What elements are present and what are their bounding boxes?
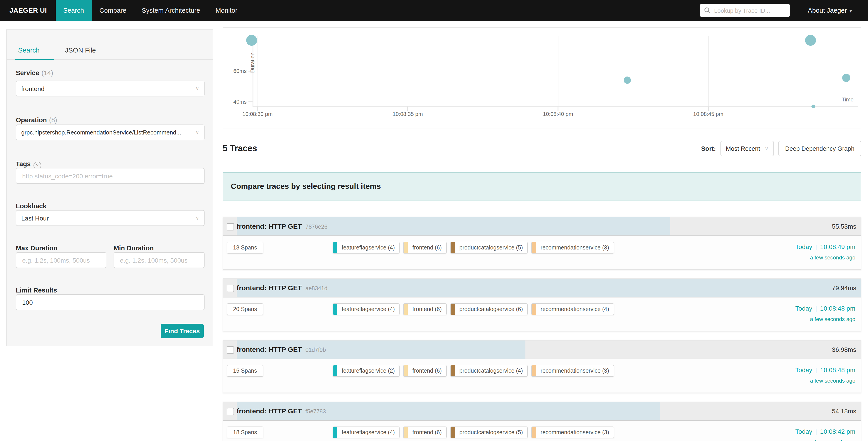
trace-service-operation: frontend: HTTP GET xyxy=(237,222,302,230)
trace-title-link[interactable]: frontend: HTTP GET7876e26 xyxy=(237,217,328,236)
limit-results-field xyxy=(16,294,205,310)
trace-select-checkbox[interactable] xyxy=(227,408,234,415)
trace-scatter-point[interactable] xyxy=(812,105,815,109)
tab-json-file[interactable]: JSON File xyxy=(65,46,96,54)
trace-time-link[interactable]: 10:08:42 pm xyxy=(820,428,855,435)
trace-relative-time: a few seconds ago xyxy=(795,316,855,322)
service-tag: recommendationservice (3) xyxy=(531,242,614,254)
tab-search[interactable]: Search xyxy=(18,46,40,54)
timestamp-separator: | xyxy=(815,428,817,435)
nav-item-monitor[interactable]: Monitor xyxy=(208,0,245,21)
trace-time-link[interactable]: 10:08:48 pm xyxy=(820,366,855,374)
service-color-strip xyxy=(333,242,337,253)
trace-card-header[interactable]: frontend: HTTP GET01d7f9b36.98ms xyxy=(223,341,861,359)
chevron-down-icon: ∨ xyxy=(193,215,199,221)
trace-timestamps: Today|10:08:42 pma few seconds ago xyxy=(795,428,855,441)
deep-dependency-graph-button[interactable]: Deep Dependency Graph xyxy=(778,141,861,156)
trace-day-link[interactable]: Today xyxy=(795,305,812,312)
service-tag-row: featureflagservice (4)frontend (6)produc… xyxy=(333,242,614,254)
nav-item-system-architecture[interactable]: System Architecture xyxy=(134,0,208,21)
trace-scatter-point[interactable] xyxy=(623,77,631,84)
trace-scatter-point[interactable] xyxy=(805,35,816,46)
trace-service-operation: frontend: HTTP GET xyxy=(237,346,302,353)
service-color-strip xyxy=(451,242,455,253)
trace-day-link[interactable]: Today xyxy=(795,243,812,251)
service-select[interactable]: frontend∨ xyxy=(16,81,205,96)
service-color-strip xyxy=(532,304,536,315)
timestamp-separator: | xyxy=(815,243,817,251)
service-tag-row: featureflagservice (2)frontend (6)produc… xyxy=(333,365,614,377)
trace-title-link[interactable]: frontend: HTTP GETae8341d xyxy=(237,279,328,297)
service-tag: productcatalogservice (6) xyxy=(450,303,528,315)
service-tag-label: featureflagservice (4) xyxy=(337,429,399,436)
x-tick-mark xyxy=(257,107,258,111)
x-tick-label: 10:08:30 pm xyxy=(235,111,280,117)
trace-duration: 79.94ms xyxy=(832,279,856,297)
max-duration-field xyxy=(16,252,106,268)
trace-duration: 55.53ms xyxy=(832,217,856,235)
service-tag-label: productcatalogservice (6) xyxy=(455,306,527,313)
service-tag: productcatalogservice (5) xyxy=(450,242,528,254)
trace-card-header[interactable]: frontend: HTTP GET7876e2655.53ms xyxy=(223,217,861,236)
sort-select-value: Most Recent xyxy=(726,145,760,152)
chevron-down-icon: ▾ xyxy=(850,9,852,13)
service-color-strip xyxy=(333,427,337,438)
x-tick-label: 10:08:40 pm xyxy=(535,111,581,117)
service-tag: frontend (6) xyxy=(403,365,447,377)
trace-lookup-box[interactable] xyxy=(700,4,790,17)
trace-select-checkbox[interactable] xyxy=(227,346,234,354)
max-duration-input[interactable] xyxy=(21,256,101,264)
service-tag-label: featureflagservice (2) xyxy=(337,368,399,374)
x-gridline xyxy=(708,36,709,111)
service-tag: frontend (6) xyxy=(403,427,447,438)
limit-results-input[interactable] xyxy=(21,298,199,306)
x-tick-mark xyxy=(407,107,408,111)
trace-timestamps: Today|10:08:49 pma few seconds ago xyxy=(795,243,855,261)
trace-day-link[interactable]: Today xyxy=(795,428,812,435)
trace-card-body: 18 Spansfeatureflagservice (4)frontend (… xyxy=(223,421,861,441)
trace-id: ae8341d xyxy=(306,285,328,292)
trace-select-checkbox[interactable] xyxy=(227,223,234,231)
service-tag-label: recommendationservice (3) xyxy=(536,244,614,251)
lookback-select[interactable]: Last Hour∨ xyxy=(16,210,205,226)
results-column: Duration Time 10:08:30 pm10:08:35 pm10:0… xyxy=(223,21,861,441)
trace-card-header[interactable]: frontend: HTTP GETae8341d79.94ms xyxy=(223,279,861,297)
find-traces-button[interactable]: Find Traces xyxy=(161,324,204,338)
service-tag: productcatalogservice (5) xyxy=(450,427,528,438)
top-navbar: JAEGER UI SearchCompareSystem Architectu… xyxy=(0,0,868,21)
lookback-select-value: Last Hour xyxy=(21,214,49,222)
trace-lookup-input[interactable] xyxy=(713,6,786,14)
nav-item-search[interactable]: Search xyxy=(56,0,92,21)
trace-id: 7876e26 xyxy=(306,224,328,230)
service-label: Service(14) xyxy=(16,69,53,77)
trace-card-header[interactable]: frontend: HTTP GETf5e778354.18ms xyxy=(223,402,861,421)
trace-scatter-point[interactable] xyxy=(246,35,257,46)
span-count-pill: 15 Spans xyxy=(227,365,264,377)
service-color-strip xyxy=(532,427,536,438)
about-jaeger-menu[interactable]: About Jaeger▾ xyxy=(808,0,852,22)
sort-label: Sort: xyxy=(701,145,716,152)
service-tag-label: recommendationservice (4) xyxy=(536,306,614,313)
trace-time-link[interactable]: 10:08:48 pm xyxy=(820,305,855,312)
about-jaeger-label: About Jaeger xyxy=(808,7,847,14)
trace-id: 01d7f9b xyxy=(306,347,326,353)
nav-item-compare[interactable]: Compare xyxy=(92,0,134,21)
service-tag-label: productcatalogservice (4) xyxy=(455,368,527,374)
sort-select[interactable]: Most Recent∨ xyxy=(720,141,774,156)
active-tab-underline xyxy=(16,59,54,60)
trace-list: frontend: HTTP GET7876e2655.53ms18 Spans… xyxy=(223,217,861,441)
trace-id: f5e7783 xyxy=(306,408,326,415)
service-tag-label: frontend (6) xyxy=(408,244,446,251)
tags-input[interactable] xyxy=(21,172,199,180)
x-tick-mark xyxy=(708,107,709,111)
trace-select-checkbox[interactable] xyxy=(227,285,234,292)
min-duration-input[interactable] xyxy=(119,256,199,264)
service-tag-label: featureflagservice (4) xyxy=(337,244,399,251)
operation-select[interactable]: grpc.hipstershop.RecommendationService/L… xyxy=(16,124,205,140)
trace-title-link[interactable]: frontend: HTTP GETf5e7783 xyxy=(237,402,326,421)
trace-time-link[interactable]: 10:08:49 pm xyxy=(820,243,855,251)
trace-scatter-point[interactable] xyxy=(842,74,850,82)
service-tag-label: frontend (6) xyxy=(408,368,446,374)
trace-title-link[interactable]: frontend: HTTP GET01d7f9b xyxy=(237,341,326,359)
trace-day-link[interactable]: Today xyxy=(795,366,812,374)
